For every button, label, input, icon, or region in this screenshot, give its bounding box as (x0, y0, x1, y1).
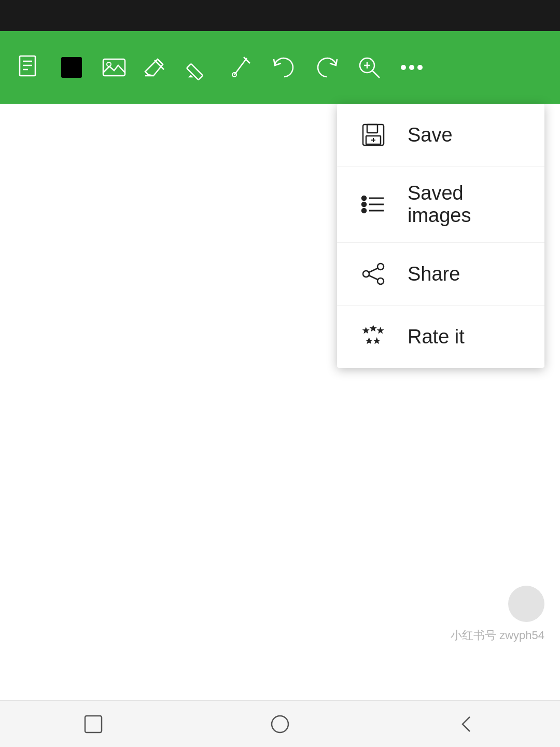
svg-rect-10 (187, 64, 203, 80)
save-icon (358, 119, 389, 150)
svg-point-20 (417, 65, 423, 70)
share-menu-item[interactable]: Share (337, 243, 544, 306)
svg-line-35 (369, 268, 378, 272)
share-label: Share (408, 263, 460, 285)
svg-point-33 (363, 271, 369, 277)
saved-images-icon (358, 189, 389, 220)
svg-point-30 (362, 209, 366, 213)
redo-icon[interactable] (308, 49, 345, 86)
svg-marker-38 (370, 325, 377, 331)
watermark: 小红书号 zwyph54 (451, 586, 544, 643)
svg-marker-7 (145, 59, 163, 76)
canvas-area: Save Saved images (0, 104, 560, 700)
rate-it-menu-item[interactable]: Rate it (337, 306, 544, 368)
toolbar (0, 31, 560, 104)
dropdown-menu: Save Saved images (337, 104, 544, 368)
more-options-icon[interactable] (393, 49, 430, 86)
svg-rect-5 (103, 59, 125, 76)
svg-point-26 (362, 196, 366, 200)
svg-marker-41 (373, 337, 381, 344)
svg-line-15 (372, 71, 380, 78)
saved-images-menu-item[interactable]: Saved images (337, 167, 544, 243)
svg-point-28 (362, 202, 366, 206)
circle-nav-button[interactable] (262, 706, 298, 742)
svg-point-43 (272, 716, 288, 732)
square-nav-button[interactable] (75, 706, 111, 742)
saved-images-label: Saved images (408, 182, 524, 227)
svg-rect-42 (85, 716, 102, 732)
svg-marker-37 (362, 327, 370, 334)
zoom-in-icon[interactable] (351, 49, 388, 86)
svg-line-11 (234, 58, 247, 75)
svg-rect-4 (61, 57, 82, 78)
rate-it-icon (358, 321, 389, 352)
svg-marker-40 (366, 337, 373, 344)
watermark-text: 小红书号 zwyph54 (451, 629, 544, 642)
svg-point-32 (377, 264, 384, 270)
svg-marker-39 (377, 327, 384, 334)
svg-rect-22 (367, 125, 377, 133)
svg-point-34 (377, 278, 384, 284)
back-nav-button[interactable] (449, 706, 485, 742)
status-bar (0, 0, 560, 31)
rate-it-label: Rate it (408, 326, 465, 348)
svg-point-18 (401, 65, 406, 70)
undo-icon[interactable] (265, 49, 303, 86)
svg-point-6 (107, 62, 111, 66)
eraser-icon[interactable] (138, 49, 175, 86)
image-insert-icon[interactable] (95, 49, 133, 86)
pen-icon[interactable] (223, 49, 260, 86)
color-swatch-icon[interactable] (53, 49, 90, 86)
share-icon (358, 258, 389, 289)
svg-point-19 (409, 65, 414, 70)
pencil-icon[interactable] (180, 49, 218, 86)
save-menu-item[interactable]: Save (337, 104, 544, 167)
svg-line-36 (369, 275, 378, 280)
new-page-icon[interactable] (10, 49, 48, 86)
bottom-nav (0, 700, 560, 747)
save-label: Save (408, 124, 453, 146)
watermark-circle (508, 586, 544, 622)
